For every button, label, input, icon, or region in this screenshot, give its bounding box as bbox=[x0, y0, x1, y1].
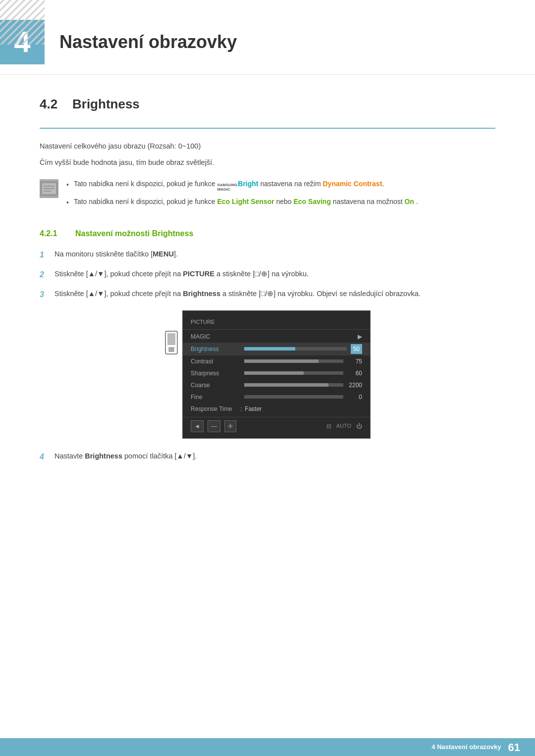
osd-brightness-value: 50 bbox=[351, 344, 362, 354]
svg-rect-11 bbox=[168, 350, 174, 351]
osd-row-response: Response Time : Faster bbox=[183, 403, 370, 415]
osd-brightness-fill bbox=[244, 347, 295, 351]
section-divider bbox=[40, 128, 495, 129]
picture-label: PICTURE bbox=[183, 270, 214, 278]
eco-saving-label: Eco Saving bbox=[293, 198, 330, 205]
osd-fine-value: 0 bbox=[347, 393, 362, 402]
note-text-1: Tato nabídka není k dispozici, pokud je … bbox=[74, 178, 495, 192]
osd-response-label: Response Time bbox=[191, 404, 240, 413]
osd-coarse-bar bbox=[244, 383, 343, 387]
chapter-title: Nastavení obrazovky bbox=[59, 29, 237, 55]
section-title: Brightness bbox=[72, 95, 140, 114]
osd-row-fine: Fine 0 bbox=[183, 391, 370, 403]
svg-rect-10 bbox=[168, 349, 174, 350]
osd-icon-power: ⏻ bbox=[356, 422, 362, 431]
osd-contrast-fill bbox=[244, 359, 319, 363]
osd-icon-display: ⊟ bbox=[326, 422, 331, 431]
step-text-1: Na monitoru stiskněte tlačítko [MENU]. bbox=[54, 249, 495, 260]
chapter-title-bar: 4 Nastavení obrazovky bbox=[0, 5, 535, 75]
osd-contrast-label: Contrast bbox=[191, 357, 240, 366]
bullet-1: • bbox=[66, 179, 69, 190]
step-1: 1 Na monitoru stiskněte tlačítko [MENU]. bbox=[40, 249, 495, 261]
steps-list: 1 Na monitoru stiskněte tlačítko [MENU].… bbox=[40, 249, 495, 301]
osd-response-colon: : bbox=[240, 404, 242, 413]
svg-rect-12 bbox=[168, 351, 174, 352]
samsung-magic-label: SAMSUNGMAGIC bbox=[217, 183, 237, 192]
brightness-label-step3: Brightness bbox=[183, 290, 220, 298]
diagonal-pattern-icon bbox=[0, 0, 45, 45]
subsection-title: Nastavení možnosti Brightness bbox=[75, 228, 193, 240]
osd-brightness-label: Brightness bbox=[191, 345, 240, 353]
note-content: • Tato nabídka není k dispozici, pokud j… bbox=[66, 178, 495, 212]
samsung-magic-brand: SAMSUNGMAGICBright bbox=[217, 178, 258, 192]
osd-brightness-bar bbox=[244, 347, 347, 351]
osd-icon-auto: AUTO bbox=[336, 422, 351, 430]
osd-sharpness-value: 60 bbox=[347, 369, 362, 378]
osd-sharpness-bar bbox=[244, 371, 343, 375]
step-text-3: Stiskněte [▲/▼], pokud chcete přejít na … bbox=[54, 288, 495, 300]
osd-magic-label: MAGIC bbox=[191, 332, 240, 341]
osd-contrast-bar bbox=[244, 359, 343, 363]
step-number-4: 4 bbox=[40, 451, 54, 463]
note-item-2: • Tato nabídka není k dispozici, pokud j… bbox=[66, 196, 495, 208]
step-number-1: 1 bbox=[40, 249, 54, 261]
osd-row-contrast: Contrast 75 bbox=[183, 355, 370, 367]
intro-text-1: Nastavení celkového jasu obrazu (Rozsah:… bbox=[40, 141, 495, 152]
bright-label: Bright bbox=[238, 178, 258, 189]
osd-sharpness-label: Sharpness bbox=[191, 369, 240, 378]
osd-container: PICTURE MAGIC ▶ Brightness 50 Contrast bbox=[40, 310, 495, 439]
footer-page-number: 61 bbox=[508, 739, 520, 756]
monitor-side-icon bbox=[164, 330, 178, 358]
magic-label: MAGIC bbox=[217, 188, 237, 192]
chapter-header: 4 Nastavení obrazovky bbox=[0, 0, 535, 75]
osd-bottom-bar: ◄ — ✛ ⊟ AUTO ⏻ bbox=[183, 417, 370, 433]
menu-label: MENU bbox=[153, 250, 174, 258]
subsection-heading: 4.2.1 Nastavení možnosti Brightness bbox=[40, 228, 495, 240]
note-text-2: Tato nabídka není k dispozici, pokud je … bbox=[74, 196, 495, 207]
section-number: 4.2 bbox=[40, 95, 64, 114]
step-3: 3 Stiskněte [▲/▼], pokud chcete přejít n… bbox=[40, 288, 495, 301]
osd-with-icon: PICTURE MAGIC ▶ Brightness 50 Contrast bbox=[164, 310, 371, 439]
subsection-number: 4.2.1 bbox=[40, 228, 69, 240]
osd-fine-label: Fine bbox=[191, 393, 240, 402]
osd-btn-minus: — bbox=[208, 420, 220, 432]
eco-light-label: Eco Light Sensor bbox=[217, 198, 274, 205]
osd-btn-plus: ✛ bbox=[224, 420, 236, 432]
osd-row-magic: MAGIC ▶ bbox=[183, 331, 370, 343]
step-number-2: 2 bbox=[40, 268, 54, 281]
brightness-label-step4: Brightness bbox=[85, 452, 122, 460]
on-label: On bbox=[405, 198, 414, 205]
footer: 4 Nastavení obrazovky 61 bbox=[0, 738, 535, 756]
osd-magic-arrow: ▶ bbox=[358, 332, 362, 341]
osd-nav-icons: ◄ — ✛ bbox=[191, 420, 236, 432]
dynamic-contrast-label: Dynamic Contrast bbox=[323, 180, 382, 188]
osd-coarse-label: Coarse bbox=[191, 381, 240, 390]
step-text-2: Stiskněte [▲/▼], pokud chcete přejít na … bbox=[54, 268, 495, 280]
osd-title: PICTURE bbox=[183, 316, 370, 330]
main-content: 4.2 Brightness Nastavení celkového jasu … bbox=[0, 95, 535, 463]
footer-chapter-text: 4 Nastavení obrazovky bbox=[431, 742, 501, 752]
step-number-3: 3 bbox=[40, 288, 54, 301]
svg-rect-9 bbox=[168, 347, 174, 349]
osd-response-value: Faster bbox=[245, 404, 262, 413]
intro-text-2: Čím vyšší bude hodnota jasu, tím bude ob… bbox=[40, 157, 495, 168]
step-2: 2 Stiskněte [▲/▼], pokud chcete přejít n… bbox=[40, 268, 495, 281]
osd-row-coarse: Coarse 2200 bbox=[183, 379, 370, 391]
section-heading: 4.2 Brightness bbox=[40, 95, 495, 114]
osd-btn-left: ◄ bbox=[191, 420, 204, 432]
osd-coarse-fill bbox=[244, 383, 328, 387]
osd-coarse-value: 2200 bbox=[347, 381, 362, 390]
note-icon bbox=[40, 179, 58, 198]
svg-rect-8 bbox=[167, 333, 175, 345]
pencil-note-icon bbox=[40, 181, 58, 196]
bullet-2: • bbox=[66, 197, 69, 208]
step-text-4: Nastavte Brightness pomocí tlačítka [▲/▼… bbox=[54, 451, 495, 462]
monitor-icon bbox=[164, 330, 178, 355]
osd-sharpness-fill bbox=[244, 371, 304, 375]
step-4: 4 Nastavte Brightness pomocí tlačítka [▲… bbox=[40, 451, 495, 463]
osd-fine-bar bbox=[244, 395, 343, 399]
osd-contrast-value: 75 bbox=[347, 357, 362, 366]
note-item-1: • Tato nabídka není k dispozici, pokud j… bbox=[66, 178, 495, 192]
svg-rect-1 bbox=[0, 0, 45, 45]
osd-row-brightness: Brightness 50 bbox=[183, 343, 370, 355]
